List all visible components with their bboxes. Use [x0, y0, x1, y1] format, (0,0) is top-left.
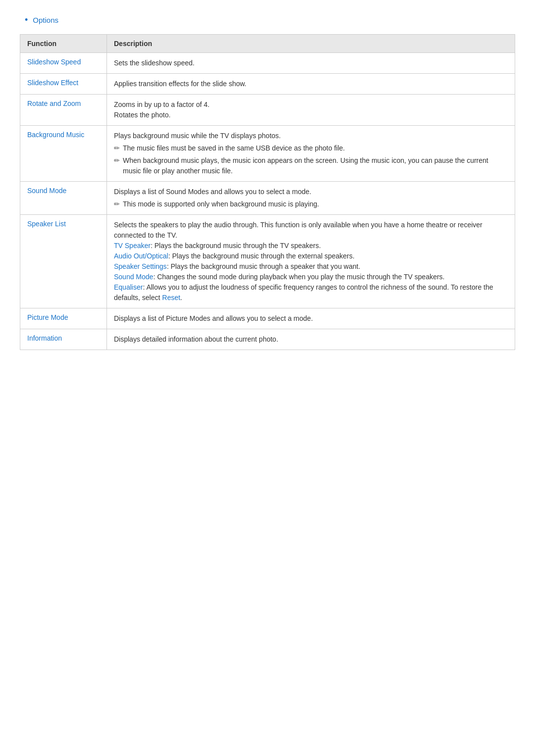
function-cell-slideshow-speed: Slideshow Speed	[20, 53, 107, 74]
table-row: Speaker ListSelects the speakers to play…	[20, 215, 515, 308]
function-label: Information	[27, 334, 62, 342]
speaker-item-label: Speaker Settings	[114, 262, 167, 270]
description-text: Displays a list of Picture Modes and all…	[114, 313, 508, 324]
speaker-item: Audio Out/Optical: Plays the background …	[114, 251, 508, 261]
table-row: InformationDisplays detailed information…	[20, 329, 515, 350]
function-label: Slideshow Effect	[27, 79, 78, 87]
description-text: Sets the slideshow speed.	[114, 58, 508, 68]
description-cell-slideshow-effect: Applies transition effects for the slide…	[107, 74, 515, 95]
description-text: Zooms in by up to a factor of 4.	[114, 100, 508, 110]
note-icon: ✏	[114, 143, 120, 153]
function-cell-rotate-zoom: Rotate and Zoom	[20, 95, 107, 126]
note-text: When background music plays, the music i…	[123, 155, 508, 176]
description-cell-speaker-list: Selects the speakers to play the audio t…	[107, 215, 515, 308]
description-cell-rotate-zoom: Zooms in by up to a factor of 4.Rotates …	[107, 95, 515, 126]
table-row: Rotate and ZoomZooms in by up to a facto…	[20, 95, 515, 126]
description-text: Applies transition effects for the slide…	[114, 79, 508, 89]
description-cell-picture-mode: Displays a list of Picture Modes and all…	[107, 308, 515, 329]
speaker-item-label: TV Speaker	[114, 242, 151, 250]
header-description: Description	[107, 35, 515, 53]
note-line: ✏The music files must be saved in the sa…	[114, 143, 508, 153]
options-label: Options	[33, 16, 58, 24]
table-row: Slideshow EffectApplies transition effec…	[20, 74, 515, 95]
table-row: Background MusicPlays background music w…	[20, 126, 515, 182]
speaker-item: Speaker Settings: Plays the background m…	[114, 261, 508, 272]
function-label: Picture Mode	[27, 313, 68, 321]
description-cell-sound-mode: Displays a list of Sound Modes and allow…	[107, 182, 515, 215]
description-cell-information: Displays detailed information about the …	[107, 329, 515, 350]
note-icon: ✏	[114, 199, 120, 209]
function-label: Speaker List	[27, 220, 66, 228]
function-label: Background Music	[27, 131, 84, 139]
description-text: Rotates the photo.	[114, 110, 508, 120]
function-cell-speaker-list: Speaker List	[20, 215, 107, 308]
options-table: Function Description Slideshow SpeedSets…	[20, 34, 515, 350]
table-row: Picture ModeDisplays a list of Picture M…	[20, 308, 515, 329]
speaker-item: Equaliser: Allows you to adjust the loud…	[114, 282, 508, 303]
description-text: Displays a list of Sound Modes and allow…	[114, 187, 508, 197]
speaker-item-label: Sound Mode	[114, 273, 153, 281]
speaker-intro-text: Selects the speakers to play the audio t…	[114, 220, 508, 241]
speaker-item-label: Equaliser	[114, 283, 143, 291]
note-text: The music files must be saved in the sam…	[123, 143, 508, 153]
note-icon: ✏	[114, 155, 120, 166]
function-cell-picture-mode: Picture Mode	[20, 308, 107, 329]
table-header-row: Function Description	[20, 35, 515, 53]
breadcrumb-section: • Options	[25, 15, 515, 25]
note-line: ✏This mode is supported only when backgr…	[114, 199, 508, 209]
function-label: Rotate and Zoom	[27, 100, 81, 107]
bullet-icon: •	[25, 15, 28, 25]
table-row: Sound ModeDisplays a list of Sound Modes…	[20, 182, 515, 215]
function-label: Sound Mode	[27, 187, 66, 195]
function-cell-information: Information	[20, 329, 107, 350]
speaker-item: TV Speaker: Plays the background music t…	[114, 241, 508, 251]
function-cell-slideshow-effect: Slideshow Effect	[20, 74, 107, 95]
function-cell-sound-mode: Sound Mode	[20, 182, 107, 215]
reset-link[interactable]: Reset	[162, 294, 180, 302]
speaker-item-label: Audio Out/Optical	[114, 252, 168, 260]
description-cell-slideshow-speed: Sets the slideshow speed.	[107, 53, 515, 74]
description-text: Plays background music while the TV disp…	[114, 131, 508, 141]
description-text: Displays detailed information about the …	[114, 334, 508, 345]
note-line: ✏When background music plays, the music …	[114, 155, 508, 176]
table-row: Slideshow SpeedSets the slideshow speed.	[20, 53, 515, 74]
function-cell-background-music: Background Music	[20, 126, 107, 182]
speaker-item: Sound Mode: Changes the sound mode durin…	[114, 272, 508, 282]
header-function: Function	[20, 35, 107, 53]
function-label: Slideshow Speed	[27, 58, 81, 66]
note-text: This mode is supported only when backgro…	[123, 199, 508, 209]
description-cell-background-music: Plays background music while the TV disp…	[107, 126, 515, 182]
